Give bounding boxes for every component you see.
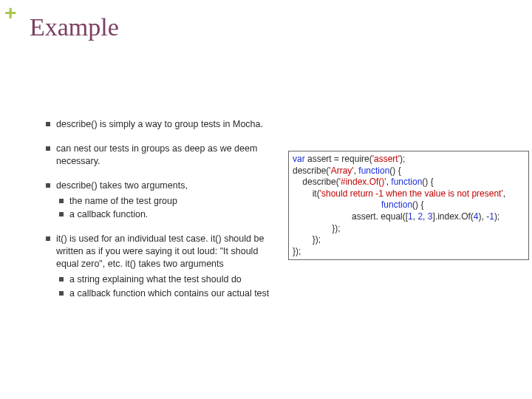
- list-item: it() is used for an individual test case…: [46, 233, 275, 299]
- code-number: 4: [474, 211, 479, 222]
- code-text: );: [494, 211, 499, 222]
- code-text: () {: [412, 200, 423, 210]
- bullet-text: describe() is simply a way to group test…: [56, 119, 263, 129]
- list-item: describe() is simply a way to group test…: [46, 118, 275, 131]
- code-string: '#index.Of()': [339, 177, 386, 187]
- code-line: });: [293, 234, 525, 246]
- plus-icon: +: [4, 3, 16, 24]
- code-keyword: function: [381, 200, 412, 210]
- code-string: 'Array': [329, 166, 353, 176]
- code-keyword: function: [358, 166, 389, 176]
- list-subitem: a callback function which contains our a…: [59, 287, 275, 300]
- code-line: });: [293, 246, 525, 258]
- bullet-text: it() is used for an individual test case…: [56, 233, 264, 269]
- code-text: ), -: [479, 211, 490, 222]
- code-line: describe('Array', function() {: [293, 166, 525, 177]
- code-text: assert = require(: [305, 154, 372, 164]
- bullet-text: a string explaining what the test should…: [69, 274, 242, 284]
- list-item: describe() takes two arguments, the name…: [46, 180, 275, 222]
- code-text: ,: [503, 188, 505, 199]
- code-text: ,: [423, 211, 428, 222]
- code-text: () {: [389, 166, 400, 176]
- code-text: });: [293, 223, 341, 233]
- code-number: 1: [408, 211, 413, 222]
- code-keyword: var: [293, 154, 305, 164]
- code-string: 'assert': [372, 154, 400, 164]
- code-keyword: function: [391, 177, 422, 187]
- list-subitem: a callback function.: [59, 208, 275, 221]
- code-text: describe(: [293, 166, 329, 176]
- bullet-text: a callback function.: [69, 209, 148, 219]
- code-number: 1: [489, 211, 494, 222]
- bullet-text: describe() takes two arguments,: [56, 180, 188, 191]
- code-text: });: [293, 234, 321, 245]
- page-title: Example: [30, 13, 119, 41]
- code-text: [293, 200, 381, 210]
- code-text: ].index.Of(: [432, 211, 473, 222]
- code-text: );: [400, 154, 405, 164]
- code-text: });: [293, 246, 301, 256]
- bullet-text: can nest our tests in groups as deep as …: [56, 143, 257, 166]
- code-line: function() {: [293, 200, 525, 211]
- bullet-text: a callback function which contains our a…: [69, 288, 269, 299]
- code-text: it(: [293, 188, 320, 199]
- list-subitem: a string explaining what the test should…: [59, 273, 275, 286]
- code-line: assert. equal([1, 2, 3].index.Of(4), -1)…: [293, 211, 525, 223]
- code-text: () {: [422, 177, 433, 187]
- bullet-text: the name of the test group: [69, 196, 177, 206]
- code-box: var assert = require('assert'); describe…: [288, 151, 529, 260]
- code-line: var assert = require('assert');: [293, 154, 525, 166]
- code-string: 'should return -1 when the value is not …: [320, 188, 503, 199]
- code-text: assert. equal([: [293, 211, 408, 222]
- code-line: it('should return -1 when the value is n…: [293, 188, 525, 200]
- code-text: describe(: [293, 177, 339, 187]
- list-subitem: the name of the test group: [59, 195, 275, 208]
- code-line: });: [293, 223, 525, 235]
- code-line: describe('#index.Of()', function() {: [293, 177, 525, 188]
- list-item: can nest our tests in groups as deep as …: [46, 143, 275, 168]
- bullet-list: describe() is simply a way to group test…: [46, 118, 275, 312]
